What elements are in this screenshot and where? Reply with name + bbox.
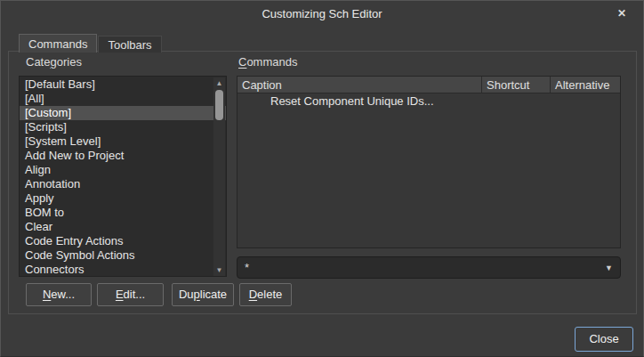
- category-item[interactable]: [All]: [20, 92, 226, 106]
- column-header-shortcut[interactable]: Shortcut: [481, 77, 550, 93]
- command-caption: Reset Component Unique IDs...: [237, 93, 434, 109]
- category-item[interactable]: Add New to Project: [20, 149, 226, 163]
- category-item[interactable]: [System Level]: [20, 134, 226, 149]
- dialog-title: Customizing Sch Editor: [1, 7, 643, 20]
- commands-table-header: Caption Shortcut Alternative: [237, 77, 620, 93]
- commands-label: Commands: [238, 55, 297, 69]
- category-item[interactable]: Apply: [20, 191, 226, 206]
- category-item[interactable]: [Custom]: [20, 106, 226, 120]
- scroll-up-icon[interactable]: ▲: [213, 77, 225, 89]
- scroll-down-icon[interactable]: ▼: [213, 264, 225, 276]
- category-item[interactable]: BOM to: [20, 206, 226, 220]
- commands-table: Caption Shortcut Alternative Reset Compo…: [237, 76, 621, 248]
- tab-toolbars[interactable]: Toolbars: [98, 36, 161, 53]
- new-button[interactable]: New...: [26, 283, 92, 306]
- tab-bar: CommandsToolbars: [19, 34, 163, 53]
- delete-button[interactable]: Delete: [239, 283, 292, 306]
- category-item[interactable]: [Scripts]: [20, 120, 226, 134]
- column-header-alternative[interactable]: Alternative: [550, 77, 620, 93]
- close-icon[interactable]: ✕: [615, 6, 629, 20]
- table-row[interactable]: Reset Component Unique IDs...: [237, 93, 620, 109]
- scrollbar-thumb[interactable]: [215, 90, 223, 120]
- category-item[interactable]: Align: [20, 163, 226, 177]
- close-button[interactable]: Close: [575, 327, 633, 352]
- chevron-down-icon: ▼: [605, 264, 613, 272]
- categories-scrollbar[interactable]: ▲ ▼: [213, 77, 225, 276]
- filter-combobox[interactable]: * ▼: [237, 256, 621, 279]
- filter-value: *: [245, 261, 605, 274]
- customize-dialog: Customizing Sch Editor ✕ CommandsToolbar…: [0, 0, 644, 357]
- category-item[interactable]: Clear: [20, 220, 226, 234]
- category-item[interactable]: Code Symbol Actions: [20, 248, 226, 263]
- title-bar: Customizing Sch Editor ✕: [1, 1, 643, 26]
- duplicate-button[interactable]: Duplicate: [172, 283, 234, 306]
- categories-list: ▲ ▼ [Default Bars][All][Custom][Scripts]…: [19, 76, 227, 277]
- tab-commands[interactable]: Commands: [19, 34, 97, 53]
- column-header-caption[interactable]: Caption: [237, 77, 481, 93]
- category-item[interactable]: [Default Bars]: [20, 77, 226, 92]
- category-item[interactable]: Annotation: [20, 177, 226, 191]
- commands-table-body: Reset Component Unique IDs...: [237, 93, 620, 109]
- categories-label: Categories: [26, 55, 82, 69]
- edit-button[interactable]: Edit...: [97, 283, 164, 306]
- category-item[interactable]: Code Entry Actions: [20, 234, 226, 248]
- category-item[interactable]: Connectors: [20, 263, 226, 277]
